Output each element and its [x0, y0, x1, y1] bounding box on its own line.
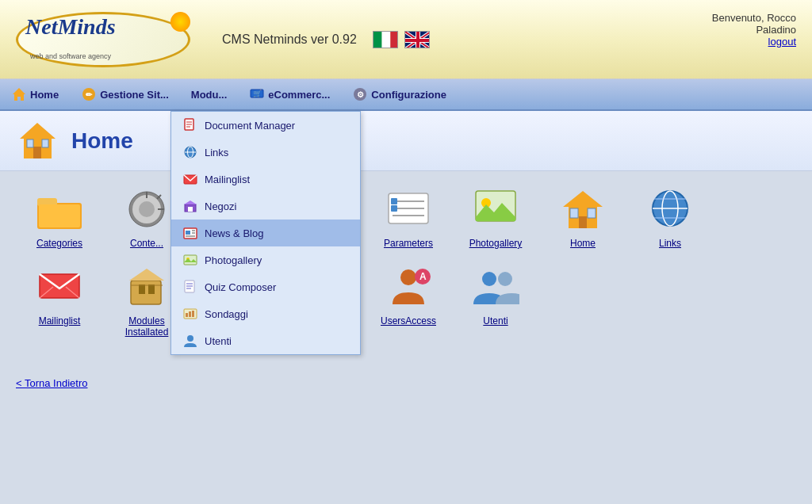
- svg-rect-79: [391, 205, 397, 212]
- icon-links[interactable]: Links: [626, 183, 714, 249]
- globe-icon-small: [182, 144, 198, 160]
- users-access-label: UsersAccess: [381, 315, 436, 326]
- svg-rect-0: [373, 32, 382, 48]
- dropdown-links-label: Links: [205, 147, 228, 158]
- icons-grid: Categories Conte... NEWS: [0, 171, 812, 361]
- svg-rect-42: [186, 313, 188, 317]
- icon-utenti[interactable]: Utenti: [452, 261, 539, 338]
- nav-configurazione[interactable]: ⚙ Configurazione: [341, 79, 458, 109]
- svg-text:A: A: [419, 271, 427, 282]
- svg-text:🛒: 🛒: [253, 89, 262, 98]
- navbar: Home ✏ Gestione Sit... Modu... 🛒 eCommer…: [0, 79, 812, 111]
- house-icon: [11, 86, 27, 102]
- svg-text:✏: ✏: [86, 90, 93, 99]
- dropdown-photo-label: Photogallery: [205, 254, 262, 266]
- flag-italy[interactable]: [373, 31, 398, 48]
- wrench-icon: ⚙: [352, 86, 368, 102]
- parameters-label: Parameters: [384, 238, 433, 249]
- icon-home[interactable]: Home: [539, 183, 626, 249]
- logo-text: NetMinds: [25, 14, 116, 40]
- mailinglist-icon-large: [34, 261, 86, 312]
- nav-gestione-siti[interactable]: ✏ Gestione Sit...: [70, 79, 180, 109]
- categories-label: Categories: [36, 238, 82, 249]
- svg-rect-78: [391, 198, 397, 204]
- logout-link[interactable]: logout: [712, 36, 796, 48]
- svg-rect-48: [27, 139, 33, 147]
- svg-rect-97: [139, 284, 145, 294]
- dropdown-photogallery[interactable]: Photogallery: [171, 246, 360, 273]
- svg-rect-2: [390, 32, 398, 48]
- back-link[interactable]: < Torna Indietro: [16, 377, 87, 389]
- modules-icon-large: [121, 261, 173, 312]
- logo-dot: [170, 12, 190, 32]
- logo-subtext: web and software agency: [30, 52, 111, 60]
- svg-rect-47: [33, 147, 41, 158]
- user-info: Benvenuto, Rocco Paladino logout: [712, 12, 796, 48]
- svg-marker-28: [184, 200, 197, 204]
- svg-point-45: [187, 335, 193, 342]
- svg-point-116: [482, 272, 496, 286]
- footer: < Torna Indietro: [0, 369, 812, 397]
- mailinglist-label: Mailinglist: [39, 315, 81, 326]
- svg-point-55: [139, 201, 155, 217]
- dropdown-mailinglist-label: Mailinglist: [205, 174, 250, 185]
- logo: NetMinds web and software agency: [16, 8, 198, 71]
- categories-icon: [34, 183, 86, 235]
- dropdown-utenti[interactable]: Utenti: [171, 327, 360, 354]
- svg-rect-1: [381, 32, 390, 48]
- mail-icon-small: [182, 171, 198, 187]
- nav-configurazione-label: Configurazione: [371, 89, 446, 101]
- nav-home[interactable]: Home: [0, 79, 70, 109]
- cart-icon: 🛒: [249, 86, 265, 102]
- svg-rect-98: [148, 284, 155, 294]
- svg-rect-95: [131, 281, 161, 304]
- home-label: Home: [570, 238, 596, 249]
- nav-ecommerce[interactable]: 🛒 eCommerc...: [238, 79, 341, 109]
- links-label: Links: [659, 238, 681, 249]
- home-icon-large: [557, 183, 609, 235]
- svg-rect-86: [588, 208, 596, 218]
- svg-rect-84: [579, 216, 587, 228]
- svg-rect-43: [189, 311, 191, 317]
- dropdown-quiz-composer[interactable]: Quiz Composer: [171, 273, 360, 300]
- svg-point-113: [400, 269, 416, 285]
- dropdown-utenti-label: Utenti: [205, 335, 232, 347]
- utenti-icon-large: [470, 261, 522, 312]
- icon-photogallery[interactable]: Photogallery: [452, 183, 539, 249]
- modules-label: ModulesInstallated: [125, 315, 169, 338]
- svg-rect-52: [39, 204, 80, 227]
- poll-icon-small: [182, 306, 198, 322]
- icon-categories[interactable]: Categories: [16, 183, 103, 249]
- icon-mailinglist[interactable]: Mailinglist: [16, 261, 103, 338]
- dropdown-links[interactable]: Links: [171, 139, 360, 166]
- page-header: Home: [0, 111, 812, 171]
- dropdown-negozi-label: Negozi: [205, 200, 236, 212]
- quiz-icon-small: [182, 279, 198, 295]
- dropdown-mailinglist[interactable]: Mailinglist: [171, 166, 360, 193]
- content-label: Conte...: [130, 238, 163, 249]
- store-icon: [182, 198, 198, 214]
- icon-parameters[interactable]: Parameters: [365, 183, 452, 249]
- svg-rect-44: [192, 311, 194, 317]
- svg-text:⚙: ⚙: [357, 90, 364, 99]
- dropdown-document-label: Document Manager: [205, 120, 295, 132]
- svg-marker-96: [129, 269, 164, 281]
- svg-rect-31: [186, 231, 190, 235]
- user-greeting: Benvenuto, Rocco: [712, 12, 796, 24]
- dropdown-sondaggi[interactable]: Sondaggi: [171, 300, 360, 327]
- nav-moduli[interactable]: Modu...: [180, 79, 239, 109]
- icon-users-access[interactable]: A UsersAccess: [365, 261, 452, 338]
- dropdown-news-blog[interactable]: News & Blog: [171, 220, 360, 246]
- nav-home-label: Home: [30, 89, 59, 101]
- svg-marker-12: [13, 88, 25, 101]
- svg-rect-49: [42, 139, 48, 147]
- svg-rect-85: [570, 208, 578, 218]
- dropdown-negozi[interactable]: Negozi: [171, 193, 360, 220]
- svg-rect-11: [405, 39, 430, 42]
- svg-rect-35: [184, 255, 197, 265]
- page-title: Home: [71, 128, 133, 154]
- dropdown-document-manager[interactable]: Document Manager: [171, 112, 360, 139]
- photogallery-icon-large: [470, 183, 522, 235]
- flag-uk[interactable]: [404, 31, 430, 48]
- photogallery-label: Photogallery: [469, 238, 523, 249]
